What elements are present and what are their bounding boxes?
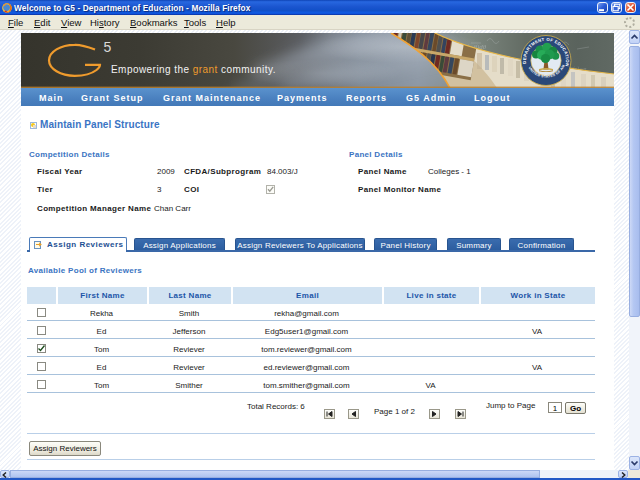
svg-text:Empowering the grant community: Empowering the grant community. bbox=[111, 64, 276, 75]
svg-text:5: 5 bbox=[104, 39, 112, 55]
